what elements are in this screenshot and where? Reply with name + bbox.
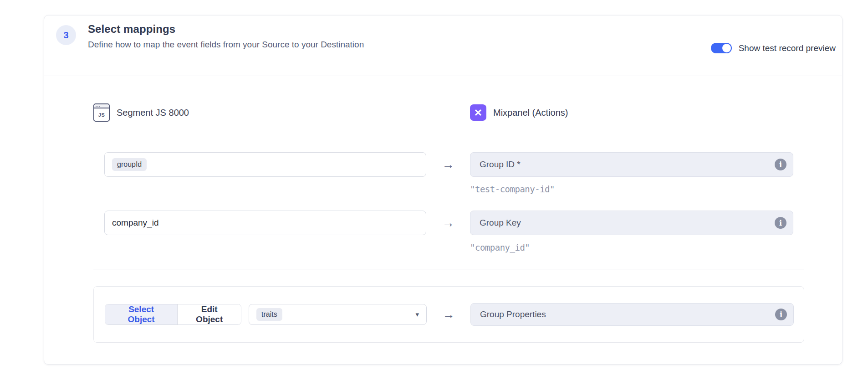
section-divider — [93, 269, 804, 269]
card-header: 3 Select mappings Define how to map the … — [44, 15, 842, 76]
object-controls: Select Object Edit Object traits ▾ — [105, 304, 427, 325]
info-icon[interactable]: i — [775, 309, 787, 320]
source-field-input-groupid[interactable]: groupId — [104, 152, 426, 177]
mapping-arrow-icon: → — [426, 216, 470, 230]
destination-field-group-id: Group ID * i — [470, 152, 793, 177]
object-mapping-box: Select Object Edit Object traits ▾ → Gro… — [93, 286, 804, 343]
page: 3 Select mappings Define how to map the … — [0, 0, 868, 381]
toggle-knob — [722, 44, 731, 52]
destination-field-label: Group ID * — [480, 160, 775, 170]
destination-field-label: Group Properties — [480, 309, 775, 319]
destination-field-group-key: Group Key i — [470, 211, 793, 235]
select-object-button[interactable]: Select Object — [105, 304, 178, 324]
destination-field-group-properties: Group Properties i — [470, 303, 794, 326]
source-name: Segment JS 8000 — [117, 108, 189, 118]
mapping-row: → Group Key i — [93, 211, 842, 235]
show-test-record-toggle[interactable] — [711, 43, 732, 53]
test-record-toggle-group: Show test record preview — [711, 43, 836, 53]
test-preview-value: "test-company-id" — [470, 184, 793, 194]
mappings-body: JS Segment JS 8000 Mixpanel (Actions) — [44, 103, 842, 343]
browser-icon-js-label: JS — [94, 108, 109, 121]
source-field-input-company-id[interactable] — [104, 211, 426, 235]
page-subtitle: Define how to map the event fields from … — [88, 40, 364, 50]
test-preview-value: "company_id" — [470, 242, 793, 252]
mapping-arrow-icon: → — [427, 308, 470, 322]
source-endpoint: JS Segment JS 8000 — [93, 103, 426, 122]
preview-row: "test-company-id" — [93, 183, 842, 195]
info-icon[interactable]: i — [775, 159, 786, 170]
selected-object-chip[interactable]: traits — [256, 308, 282, 321]
step-number-badge: 3 — [56, 25, 76, 45]
mapping-arrow-icon: → — [426, 158, 470, 172]
destination-endpoint: Mixpanel (Actions) — [470, 104, 793, 121]
toggle-label: Show test record preview — [739, 43, 836, 53]
browser-js-icon: JS — [93, 103, 110, 122]
object-mode-segmented-control: Select Object Edit Object — [105, 304, 241, 325]
header-text: Select mappings Define how to map the ev… — [88, 23, 364, 50]
browser-icon-topbar — [94, 104, 109, 108]
endpoint-headers: JS Segment JS 8000 Mixpanel (Actions) — [93, 103, 842, 122]
field-token-chip[interactable]: groupId — [112, 158, 147, 171]
chevron-down-icon: ▾ — [415, 310, 419, 319]
mixpanel-icon — [470, 104, 486, 121]
edit-object-button[interactable]: Edit Object — [178, 304, 241, 324]
preview-row: "company_id" — [93, 242, 842, 253]
mapping-row: groupId → Group ID * i — [93, 152, 842, 177]
destination-name: Mixpanel (Actions) — [493, 108, 568, 118]
destination-field-label: Group Key — [480, 218, 775, 228]
page-title: Select mappings — [88, 23, 364, 36]
select-mappings-card: 3 Select mappings Define how to map the … — [44, 15, 842, 365]
object-select-dropdown[interactable]: traits ▾ — [249, 304, 427, 325]
source-field-text-input[interactable] — [112, 218, 419, 228]
info-icon[interactable]: i — [775, 217, 786, 229]
